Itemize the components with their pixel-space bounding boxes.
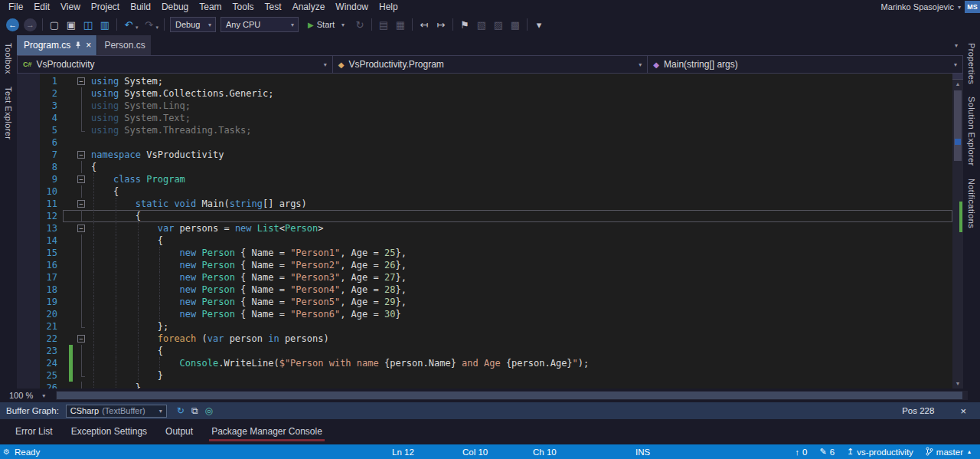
collapse-region-icon[interactable]: − <box>77 335 85 343</box>
previous-bookmark-icon[interactable]: ▧ <box>473 16 490 33</box>
graph-navigate-icon[interactable]: ↻ <box>177 405 185 416</box>
repository[interactable]: ↥ vs-productivity <box>847 447 913 457</box>
tool-tab-notifications[interactable]: Notifications <box>967 179 976 228</box>
collapse-region-icon[interactable]: − <box>77 77 85 85</box>
menu-debug[interactable]: Debug <box>156 0 194 14</box>
panel-tab-package-manager-console[interactable]: Package Manager Console <box>205 422 328 442</box>
buffer-settings-icon[interactable]: ◎ <box>204 405 212 416</box>
pending-edits[interactable]: ✎ 6 <box>819 447 835 457</box>
menu-edit[interactable]: Edit <box>28 0 55 14</box>
code-line-1[interactable]: 1−using System; <box>17 75 952 87</box>
code-line-15[interactable]: 15 new Person { Name = "Person1", Age = … <box>17 247 952 259</box>
code-line-12[interactable]: 12 { <box>17 210 952 222</box>
zoom-select[interactable]: 100 % ▾ <box>0 391 50 400</box>
tool-tab-solution-explorer[interactable]: Solution Explorer <box>967 97 976 166</box>
caret-down-icon[interactable]: ▾ <box>958 4 961 11</box>
scrollbar-thumb[interactable] <box>954 90 962 161</box>
code-line-23[interactable]: 23 { <box>17 345 952 357</box>
type-dropdown[interactable]: ◆VsProductivity.Program▾ <box>332 55 648 74</box>
show-output-icon[interactable]: ▤ <box>375 16 392 33</box>
code-line-19[interactable]: 19 new Person { Name = "Person5", Age = … <box>17 296 952 308</box>
menu-window[interactable]: Window <box>330 0 374 14</box>
close-icon[interactable]: × <box>960 405 966 417</box>
code-line-17[interactable]: 17 new Person { Name = "Person3", Age = … <box>17 271 952 284</box>
menu-project[interactable]: Project <box>86 0 125 14</box>
scroll-up-icon[interactable]: ▲ <box>952 80 963 89</box>
code-line-25[interactable]: 25 } <box>17 369 952 382</box>
open-file-icon[interactable]: ▣ <box>63 16 80 33</box>
code-line-9[interactable]: 9− class Program <box>17 173 952 185</box>
menu-file[interactable]: File <box>3 0 28 14</box>
tool-tab-properties[interactable]: Properties <box>967 43 976 84</box>
vertical-scrollbar[interactable]: ▲ ▼ <box>952 74 963 389</box>
code-line-7[interactable]: 7−namespace VsProductivity <box>17 149 952 161</box>
status-line[interactable]: Ln 12 <box>392 448 414 457</box>
code-line-21[interactable]: 21 }; <box>17 320 952 333</box>
bookmark-icon[interactable]: ⚑ <box>456 16 473 33</box>
branch[interactable]: master ▴ <box>926 447 971 457</box>
clear-bookmarks-icon[interactable]: ▩ <box>507 16 524 33</box>
buffer-select[interactable]: CSharp (TextBuffer) ▾ <box>66 405 167 418</box>
code-line-4[interactable]: 4using System.Text; <box>17 112 952 124</box>
pin-icon[interactable] <box>75 41 81 49</box>
collapse-region-icon[interactable]: − <box>77 225 85 232</box>
document-list-caret-icon[interactable]: ▾ <box>955 42 958 49</box>
show-diagnostics-icon[interactable]: ▦ <box>392 16 409 33</box>
increase-indent-icon[interactable]: ↦ <box>433 16 449 33</box>
tool-tab-test-explorer[interactable]: Test Explorer <box>4 87 13 139</box>
member-dropdown[interactable]: ◆Main(string[] args)▾ <box>647 55 963 74</box>
code-line-20[interactable]: 20 new Person { Name = "Person6", Age = … <box>17 308 952 320</box>
start-debugging-button[interactable]: ▶Start▾ <box>302 20 350 29</box>
code-line-10[interactable]: 10 { <box>17 185 952 198</box>
code-line-18[interactable]: 18 new Person { Name = "Person4", Age = … <box>17 284 952 296</box>
clone-buffer-icon[interactable]: ⧉ <box>191 405 198 416</box>
code-line-5[interactable]: 5using System.Threading.Tasks; <box>17 124 952 136</box>
scroll-down-icon[interactable]: ▼ <box>952 379 963 389</box>
panel-tab-exception-settings[interactable]: Exception Settings <box>65 422 153 442</box>
menu-tools[interactable]: Tools <box>227 0 260 14</box>
tab-person-cs[interactable]: Person.cs <box>97 35 150 55</box>
close-icon[interactable]: × <box>86 41 91 50</box>
collapse-region-icon[interactable]: − <box>77 175 85 183</box>
menu-analyze[interactable]: Analyze <box>287 0 331 14</box>
split-editor-handle[interactable] <box>952 74 963 80</box>
navigate-back-icon[interactable]: ← <box>6 18 19 31</box>
status-character[interactable]: Ch 10 <box>533 448 557 457</box>
code-line-16[interactable]: 16 new Person { Name = "Person2", Age = … <box>17 259 952 271</box>
save-all-icon[interactable]: ▥ <box>96 16 113 33</box>
outgoing-commits[interactable]: ↑ 0 <box>795 448 808 457</box>
horizontal-scrollbar-thumb[interactable] <box>57 392 962 399</box>
collapse-region-icon[interactable]: − <box>77 151 85 159</box>
menu-build[interactable]: Build <box>125 0 156 14</box>
code-line-6[interactable]: 6 <box>17 136 952 149</box>
user-avatar[interactable]: MS <box>965 1 980 13</box>
next-bookmark-icon[interactable]: ▨ <box>490 16 507 33</box>
tab-program-cs[interactable]: Program.cs× <box>17 35 96 55</box>
tool-tab-toolbox[interactable]: Toolbox <box>4 43 13 74</box>
collapse-region-icon[interactable]: − <box>77 200 85 208</box>
debug-configuration-select[interactable]: Debug▾ <box>170 17 216 32</box>
decrease-indent-icon[interactable]: ↤ <box>416 16 433 33</box>
project-dropdown[interactable]: C#VsProductivity▾ <box>17 55 333 74</box>
status-insert-mode[interactable]: INS <box>635 448 650 457</box>
panel-tab-output[interactable]: Output <box>159 422 199 442</box>
code-line-24[interactable]: 24 Console.WriteLine($"Person with name … <box>17 357 952 369</box>
navigate-forward-icon[interactable]: → <box>24 18 37 31</box>
horizontal-scrollbar[interactable] <box>56 391 968 400</box>
code-line-13[interactable]: 13− var persons = new List<Person> <box>17 222 952 234</box>
status-column[interactable]: Col 10 <box>462 448 488 457</box>
new-file-icon[interactable]: ▢ <box>46 16 63 33</box>
code-line-22[interactable]: 22− foreach (var person in persons) <box>17 333 952 345</box>
code-line-8[interactable]: 8{ <box>17 161 952 173</box>
undo-icon[interactable]: ↶ <box>120 16 137 33</box>
save-icon[interactable]: ◫ <box>80 16 96 33</box>
code-line-2[interactable]: 2using System.Collections.Generic; <box>17 87 952 100</box>
redo-icon[interactable]: ↷ <box>141 16 158 33</box>
hot-reload-icon[interactable]: ↻ <box>351 16 368 33</box>
code-line-11[interactable]: 11− static void Main(string[] args) <box>17 198 952 210</box>
code-line-3[interactable]: 3using System.Linq; <box>17 100 952 112</box>
code-line-14[interactable]: 14 { <box>17 234 952 247</box>
platform-select[interactable]: Any CPU▾ <box>220 17 299 32</box>
menu-test[interactable]: Test <box>260 0 287 14</box>
panel-tab-error-list[interactable]: Error List <box>9 422 59 442</box>
